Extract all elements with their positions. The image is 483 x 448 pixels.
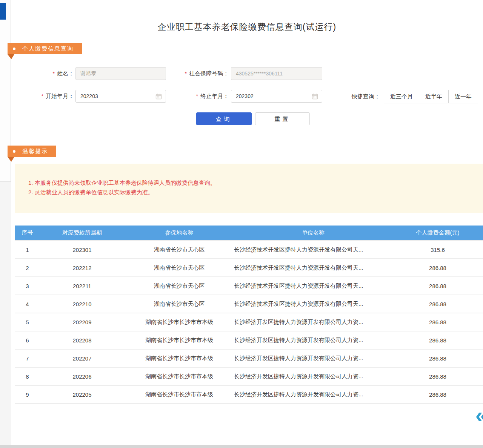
- table-row: 5202209湖南省长沙市长沙市市本级长沙经济开发区捷特人力资源开发有限公司人力…: [15, 313, 483, 331]
- period-cell: 202206: [40, 367, 125, 385]
- ssn-field: 430525******306111: [231, 67, 322, 80]
- table-row: 7202207湖南省长沙市长沙市市本级长沙经济开发区捷特人力资源开发有限公司人力…: [15, 349, 483, 367]
- seq-cell: 5: [15, 313, 40, 331]
- calendar-icon[interactable]: [155, 93, 162, 100]
- ssn-label: *社会保障号码：: [166, 67, 229, 80]
- end-month-label: *终止年月：: [170, 90, 229, 103]
- company-cell: 长沙经济技术开发区捷特人力资源开发有限公司天...: [234, 241, 392, 259]
- page-title: 企业职工基本养老保险缴费信息查询(试运行): [11, 21, 483, 33]
- amount-cell: 286.88: [392, 367, 483, 385]
- table-row: 9202205湖南省长沙市长沙市市本级长沙经济开发区捷特人力资源开发有限公司人力…: [15, 385, 483, 404]
- table-row: 4202210湖南省长沙市天心区长沙经济技术开发区捷特人力资源开发有限公司天..…: [15, 295, 483, 313]
- collapse-double-chevron-icon[interactable]: «: [475, 404, 483, 426]
- amount-cell: 286.88: [392, 259, 483, 277]
- quick-option-button[interactable]: 近半年: [419, 90, 449, 103]
- end-month-input[interactable]: 202302: [231, 90, 322, 103]
- footer-bar: [0, 445, 483, 448]
- quick-query-group: 近三个月近半年近一年: [384, 90, 478, 103]
- region-cell: 湖南省长沙市长沙市市本级: [125, 349, 234, 367]
- quick-query-label: 快捷查询：: [352, 90, 380, 103]
- notice-line: 1. 本服务仅提供尚未领取企业职工基本养老保险待遇人员的缴费信息查询。: [28, 178, 483, 187]
- table-row: 1202301湖南省长沙市天心区长沙经济技术开发区捷特人力资源开发有限公司天..…: [15, 241, 483, 259]
- start-month-value: 202203: [80, 93, 155, 99]
- payment-table: 序号对应费款所属期参保地名称单位名称个人缴费金额(元) 1202301湖南省长沙…: [15, 226, 483, 404]
- region-cell: 湖南省长沙市长沙市市本级: [125, 367, 234, 385]
- period-cell: 202209: [40, 313, 125, 331]
- end-month-value: 202302: [236, 93, 312, 99]
- section-badge-label: 温馨提示: [22, 148, 48, 155]
- seq-cell: 9: [15, 385, 40, 404]
- amount-cell: 286.88: [392, 385, 483, 404]
- required-mark: *: [42, 93, 43, 99]
- bullet-dot-icon: [13, 48, 15, 50]
- period-cell: 202211: [40, 277, 125, 295]
- company-cell: 长沙经济开发区捷特人力资源开发有限公司人力资...: [234, 367, 392, 385]
- table-header-cell: 个人缴费金额(元): [392, 226, 483, 241]
- table-row: 3202211湖南省长沙市天心区长沙经济技术开发区捷特人力资源开发有限公司天..…: [15, 277, 483, 295]
- table-row: 6202208湖南省长沙市长沙市市本级长沙经济开发区捷特人力资源开发有限公司人力…: [15, 331, 483, 349]
- start-month-input[interactable]: 202203: [75, 90, 166, 103]
- table-header-cell: 序号: [15, 226, 40, 241]
- table-header-cell: 参保地名称: [125, 226, 234, 241]
- amount-cell: 286.88: [392, 313, 483, 331]
- required-mark: *: [53, 71, 55, 77]
- region-cell: 湖南省长沙市长沙市市本级: [125, 313, 234, 331]
- seq-cell: 8: [15, 367, 40, 385]
- seq-cell: 1: [15, 241, 40, 259]
- reset-button[interactable]: 重置: [255, 112, 310, 125]
- ssn-value: 430525******306111: [236, 71, 318, 77]
- region-cell: 湖南省长沙市天心区: [125, 277, 234, 295]
- section-badge-tips: 温馨提示: [8, 146, 56, 157]
- required-mark: *: [196, 93, 198, 99]
- query-button[interactable]: 查询: [196, 112, 252, 125]
- table-row: 2202212湖南省长沙市天心区长沙经济技术开发区捷特人力资源开发有限公司天..…: [15, 259, 483, 277]
- region-cell: 湖南省长沙市长沙市市本级: [125, 331, 234, 349]
- period-cell: 202207: [40, 349, 125, 367]
- period-cell: 202212: [40, 259, 125, 277]
- company-cell: 长沙经济技术开发区捷特人力资源开发有限公司天...: [234, 259, 392, 277]
- seq-cell: 2: [15, 259, 40, 277]
- region-cell: 湖南省长沙市天心区: [125, 295, 234, 313]
- company-cell: 长沙经济技术开发区捷特人力资源开发有限公司天...: [234, 277, 392, 295]
- period-cell: 202205: [40, 385, 125, 404]
- name-field: 谢旭泰: [75, 67, 166, 80]
- amount-cell: 286.88: [392, 277, 483, 295]
- table-header-row: 序号对应费款所属期参保地名称单位名称个人缴费金额(元): [15, 226, 483, 241]
- amount-cell: 286.88: [392, 295, 483, 313]
- notice-line: 2. 灵活就业人员的缴费单位信息以实际缴费为准。: [28, 187, 483, 197]
- sidebar-nav-block[interactable]: [0, 3, 6, 20]
- start-month-label: *开始年月：: [30, 90, 74, 103]
- name-value: 谢旭泰: [80, 70, 162, 77]
- region-cell: 湖南省长沙市天心区: [125, 259, 234, 277]
- seq-cell: 4: [15, 295, 40, 313]
- calendar-icon[interactable]: [312, 93, 318, 100]
- quick-option-button[interactable]: 近三个月: [384, 90, 419, 103]
- amount-cell: 315.6: [392, 241, 483, 259]
- seq-cell: 7: [15, 349, 40, 367]
- amount-cell: 286.88: [392, 331, 483, 349]
- company-cell: 长沙经济技术开发区捷特人力资源开发有限公司天...: [234, 295, 392, 313]
- seq-cell: 3: [15, 277, 40, 295]
- region-cell: 湖南省长沙市长沙市市本级: [125, 385, 234, 404]
- bullet-dot-icon: [13, 150, 15, 153]
- company-cell: 长沙经济开发区捷特人力资源开发有限公司人力资...: [234, 385, 392, 404]
- table-body: 1202301湖南省长沙市天心区长沙经济技术开发区捷特人力资源开发有限公司天..…: [15, 241, 483, 404]
- period-cell: 202208: [40, 331, 125, 349]
- section-badge-label: 个人缴费信息查询: [22, 45, 74, 52]
- notice-box: 1. 本服务仅提供尚未领取企业职工基本养老保险待遇人员的缴费信息查询。 2. 灵…: [15, 164, 483, 213]
- amount-cell: 286.88: [392, 349, 483, 367]
- period-cell: 202210: [40, 295, 125, 313]
- company-cell: 长沙经济开发区捷特人力资源开发有限公司人力资...: [234, 313, 392, 331]
- table-row: 8202206湖南省长沙市长沙市市本级长沙经济开发区捷特人力资源开发有限公司人力…: [15, 367, 483, 385]
- quick-option-button[interactable]: 近一年: [448, 90, 478, 103]
- region-cell: 湖南省长沙市天心区: [125, 241, 234, 259]
- table-header-cell: 单位名称: [234, 226, 392, 241]
- required-mark: *: [185, 71, 187, 77]
- company-cell: 长沙经济开发区捷特人力资源开发有限公司人力资...: [234, 331, 392, 349]
- period-cell: 202301: [40, 241, 125, 259]
- name-label: *姓名：: [30, 67, 74, 80]
- company-cell: 长沙经济开发区捷特人力资源开发有限公司人力资...: [234, 349, 392, 367]
- table-header-cell: 对应费款所属期: [40, 226, 125, 241]
- seq-cell: 6: [15, 331, 40, 349]
- section-badge-personal-query: 个人缴费信息查询: [8, 43, 82, 54]
